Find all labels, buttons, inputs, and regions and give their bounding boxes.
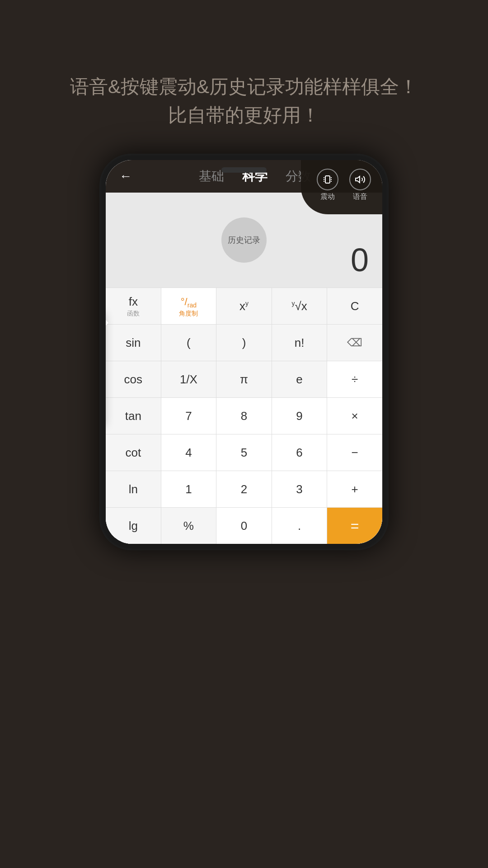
key-label: cos [124,373,142,387]
key-label: 5 [241,446,247,460]
key-label: % [183,519,194,533]
key-e-2-3[interactable]: e [272,361,328,397]
history-button[interactable]: 历史记录 [221,217,267,263]
key-sublabel: 函数 [127,310,140,318]
key-label: ln [129,482,138,496]
key-row-0: fx函数°/rad角度制xyy√xC [106,288,382,324]
key---6-3[interactable]: . [272,508,328,544]
key-cos-2-0[interactable]: cos [106,361,161,397]
key-label: °/rad [181,294,197,309]
key-label: 8 [241,409,247,423]
vibrate-button[interactable]: 震动 [317,169,338,202]
key-ln-5-0[interactable]: ln [106,471,161,507]
key-label: 1/X [180,373,197,387]
key-label: ÷ [352,373,358,387]
svg-marker-7 [356,176,360,183]
key-label: ⌫ [347,336,362,349]
key-7-3-1[interactable]: 7 [161,398,217,434]
popup-overlay: 震动 语音 [301,160,382,214]
nav-bar: ← 基础 科学 分数 [106,160,382,193]
key-label: 0 [241,519,247,533]
key-label: . [298,519,301,533]
key---4-4[interactable]: − [327,434,382,471]
key-row-3: tan789× [106,397,382,434]
key---6-4[interactable]: = [327,508,382,544]
key-6-4-3[interactable]: 6 [272,434,328,471]
key-label: fx [129,295,138,309]
key-row-6: lg%0.= [106,507,382,544]
key-1-X-2-1[interactable]: 1/X [161,361,217,397]
key-5-4-2[interactable]: 5 [216,434,272,471]
key-label: ( [187,336,191,350]
key-0-6-2[interactable]: 0 [216,508,272,544]
key-label: ) [242,336,246,350]
key-label: tan [125,409,141,423]
key-n--1-3[interactable]: n! [272,325,328,361]
phone-speaker [221,167,267,173]
top-text: 语音&按键震动&历史记录功能样样俱全！ 比自带的更好用！ [0,0,488,156]
tab-basic[interactable]: 基础 [199,168,224,185]
key-label: cot [125,446,141,460]
svg-rect-0 [325,176,330,183]
key---3-4[interactable]: × [327,398,382,434]
key----0-1[interactable]: °/rad角度制 [161,288,217,324]
phone-screen: ← 基础 科学 分数 [106,160,382,544]
phone-mockup: ← 基础 科学 分数 [99,154,389,550]
vibrate-label: 震动 [320,192,335,202]
key-label: 9 [296,409,302,423]
key-label: = [351,518,359,534]
key-9-3-3[interactable]: 9 [272,398,328,434]
back-button[interactable]: ← [119,169,132,184]
key-1-5-1[interactable]: 1 [161,471,217,507]
key-4-4-1[interactable]: 4 [161,434,217,471]
sound-label: 语音 [353,192,367,202]
key---1-2[interactable]: ) [216,325,272,361]
key-x--0-2[interactable]: xy [216,288,272,324]
sound-button[interactable]: 语音 [349,169,371,202]
key-label: xy [239,299,249,313]
key-lg-6-0[interactable]: lg [106,508,161,544]
key-label: 4 [185,446,192,460]
key-label: 1 [185,482,192,496]
key-sublabel: 角度制 [179,310,198,318]
key-label: π [240,373,248,387]
key-label: sin [126,336,141,350]
key-label: + [352,482,358,496]
key-label: e [296,373,302,387]
key---6-1[interactable]: % [161,508,217,544]
key-label: y√x [291,299,307,313]
key-label: 6 [296,446,302,460]
key-3-5-3[interactable]: 3 [272,471,328,507]
key-label: × [352,409,358,423]
key-label: n! [295,336,305,350]
keyboard: fx-1反函数sin-1cos-1tan-1cot-1 fx函数°/rad角度制… [106,288,382,544]
key-C-0-4[interactable]: C [327,288,382,324]
key-label: 3 [296,482,302,496]
display-number: 0 [351,241,369,278]
key-row-5: ln123+ [106,471,382,507]
key---5-4[interactable]: + [327,471,382,507]
key---1-1[interactable]: ( [161,325,217,361]
key-row-2: cos1/Xπe÷ [106,361,382,397]
key-fx-0-0[interactable]: fx函数 [106,288,161,324]
key-cot-4-0[interactable]: cot [106,434,161,471]
key-2-5-2[interactable]: 2 [216,471,272,507]
key-8-3-2[interactable]: 8 [216,398,272,434]
key-label: C [351,299,359,313]
key---1-4[interactable]: ⌫ [327,325,382,361]
key-sin-1-0[interactable]: sin [106,325,161,361]
key-row-1: sin()n!⌫ [106,324,382,361]
key---2-4[interactable]: ÷ [327,361,382,397]
key-label: 2 [241,482,247,496]
key-row-4: cot456− [106,434,382,471]
key-label: − [352,446,358,460]
key---x-0-3[interactable]: y√x [272,288,328,324]
vibrate-icon [317,169,338,190]
key-label: lg [129,519,138,533]
key---2-2[interactable]: π [216,361,272,397]
key-label: 7 [185,409,192,423]
sound-icon [349,169,371,190]
key-tan-3-0[interactable]: tan [106,398,161,434]
